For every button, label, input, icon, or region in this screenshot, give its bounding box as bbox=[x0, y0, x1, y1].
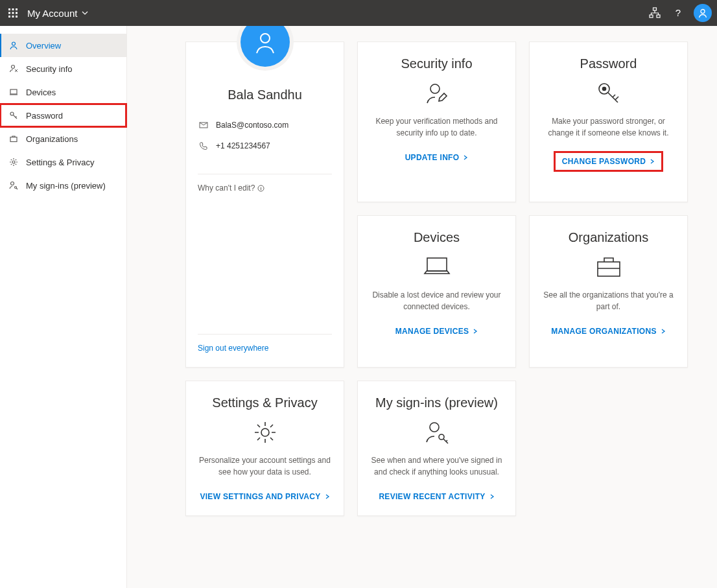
svg-point-19 bbox=[12, 161, 15, 163]
card-body: Personalize your account settings and se… bbox=[198, 454, 332, 478]
chevron-right-icon bbox=[661, 329, 666, 334]
help-icon[interactable]: ? bbox=[668, 3, 688, 23]
card-body: Keep your verification methods and secur… bbox=[370, 115, 504, 139]
card-body: Disable a lost device and review your co… bbox=[370, 289, 504, 312]
nav-label: Devices bbox=[26, 88, 56, 97]
svg-rect-16 bbox=[10, 89, 17, 94]
view-settings-privacy-link[interactable]: VIEW SETTINGS AND PRIVACY bbox=[200, 492, 329, 501]
svg-point-31 bbox=[430, 423, 439, 432]
chevron-right-icon bbox=[473, 329, 478, 334]
card-title: Settings & Privacy bbox=[212, 395, 317, 410]
svg-rect-0 bbox=[8, 8, 10, 10]
svg-text:?: ? bbox=[676, 8, 681, 18]
nav-label: Overview bbox=[26, 41, 61, 51]
svg-rect-2 bbox=[16, 8, 18, 10]
manage-devices-link[interactable]: MANAGE DEVICES bbox=[395, 327, 478, 336]
svg-rect-4 bbox=[12, 12, 14, 14]
profile-name: Bala Sandhu bbox=[198, 88, 332, 102]
card-body: See when and where you've signed in and … bbox=[370, 454, 504, 478]
profile-avatar bbox=[241, 26, 290, 67]
svg-rect-29 bbox=[598, 262, 620, 276]
sidebar: Overview Security info Devices Password … bbox=[0, 26, 127, 588]
nav-label: Organizations bbox=[26, 134, 78, 144]
chevron-down-icon[interactable] bbox=[82, 10, 88, 16]
update-info-link[interactable]: UPDATE INFO bbox=[405, 153, 469, 162]
manage-organizations-link[interactable]: MANAGE ORGANIZATIONS bbox=[551, 327, 665, 336]
svg-point-27 bbox=[602, 88, 605, 91]
svg-rect-11 bbox=[657, 15, 660, 18]
my-signins-card: My sign-ins (preview) See when and where… bbox=[357, 381, 516, 516]
chevron-right-icon bbox=[463, 155, 468, 160]
laptop-large-icon bbox=[423, 254, 451, 280]
sidebar-item-my-signins[interactable]: My sign-ins (preview) bbox=[0, 174, 126, 197]
card-title: Password bbox=[580, 56, 637, 71]
sign-out-everywhere-link[interactable]: Sign out everywhere bbox=[198, 344, 332, 353]
main-content: Bala Sandhu BalaS@contoso.com +1 4251234… bbox=[127, 26, 717, 588]
svg-rect-5 bbox=[16, 12, 18, 14]
profile-email: BalaS@contoso.com bbox=[216, 121, 288, 130]
card-body: See all the organizations that you're a … bbox=[541, 289, 676, 312]
svg-rect-18 bbox=[10, 137, 17, 142]
svg-point-14 bbox=[12, 42, 16, 45]
svg-point-15 bbox=[12, 65, 15, 69]
svg-point-20 bbox=[11, 182, 14, 185]
svg-rect-9 bbox=[653, 8, 657, 10]
sidebar-item-overview[interactable]: Overview bbox=[0, 34, 126, 57]
svg-point-22 bbox=[261, 34, 270, 43]
card-title: Devices bbox=[414, 230, 460, 245]
svg-rect-28 bbox=[427, 258, 447, 271]
sidebar-item-security-info[interactable]: Security info bbox=[0, 57, 126, 80]
card-title: Security info bbox=[401, 56, 472, 71]
phone-icon bbox=[199, 141, 209, 150]
security-info-icon bbox=[8, 64, 19, 73]
svg-point-30 bbox=[261, 429, 269, 436]
person-icon bbox=[8, 41, 19, 50]
briefcase-large-icon bbox=[594, 254, 623, 280]
profile-email-row: BalaS@contoso.com bbox=[198, 121, 332, 130]
chevron-right-icon bbox=[650, 159, 655, 164]
header: My Account ? bbox=[0, 0, 717, 26]
profile-phone: +1 4251234567 bbox=[216, 141, 270, 150]
card-body: Make your password stronger, or change i… bbox=[541, 115, 676, 139]
briefcase-icon bbox=[8, 134, 19, 143]
security-info-card: Security info Keep your verification met… bbox=[357, 41, 516, 202]
user-avatar[interactable] bbox=[694, 4, 712, 22]
person-key-icon bbox=[424, 419, 450, 445]
devices-card: Devices Disable a lost device and review… bbox=[357, 215, 516, 368]
review-recent-activity-link[interactable]: REVIEW RECENT ACTIVITY bbox=[379, 492, 494, 501]
svg-point-13 bbox=[701, 10, 705, 14]
key-icon bbox=[8, 111, 19, 120]
settings-privacy-card: Settings & Privacy Personalize your acco… bbox=[185, 381, 344, 516]
why-cant-i-edit-link[interactable]: Why can't I edit? bbox=[198, 183, 332, 193]
nav-label: Settings & Privacy bbox=[26, 158, 95, 167]
organizations-card: Organizations See all the organizations … bbox=[529, 215, 688, 368]
card-title: My sign-ins (preview) bbox=[375, 395, 498, 410]
nav-label: Security info bbox=[26, 64, 73, 74]
svg-rect-8 bbox=[16, 16, 18, 18]
sidebar-item-organizations[interactable]: Organizations bbox=[0, 127, 126, 150]
mail-icon bbox=[199, 121, 209, 130]
svg-rect-10 bbox=[650, 15, 653, 18]
app-launcher-icon[interactable] bbox=[5, 5, 21, 21]
sidebar-item-devices[interactable]: Devices bbox=[0, 80, 126, 104]
svg-rect-7 bbox=[12, 16, 14, 18]
gear-icon bbox=[8, 158, 19, 167]
sidebar-item-password[interactable]: Password bbox=[0, 104, 126, 127]
profile-phone-row: +1 4251234567 bbox=[198, 141, 332, 150]
chevron-right-icon bbox=[489, 494, 495, 499]
gear-large-icon bbox=[252, 419, 278, 445]
password-card: Password Make your password stronger, or… bbox=[529, 41, 688, 202]
svg-rect-1 bbox=[12, 8, 14, 10]
header-title[interactable]: My Account bbox=[27, 8, 78, 19]
sidebar-item-settings-privacy[interactable]: Settings & Privacy bbox=[0, 150, 126, 174]
svg-point-17 bbox=[10, 112, 14, 115]
laptop-icon bbox=[8, 88, 19, 97]
svg-rect-3 bbox=[8, 12, 10, 14]
nav-label: My sign-ins (preview) bbox=[26, 181, 106, 191]
chevron-right-icon bbox=[325, 494, 330, 499]
svg-point-25 bbox=[430, 84, 440, 93]
person-edit-icon bbox=[424, 80, 450, 106]
change-password-link[interactable]: CHANGE PASSWORD bbox=[556, 153, 662, 170]
org-chart-icon[interactable] bbox=[644, 3, 665, 23]
profile-card: Bala Sandhu BalaS@contoso.com +1 4251234… bbox=[185, 41, 344, 368]
